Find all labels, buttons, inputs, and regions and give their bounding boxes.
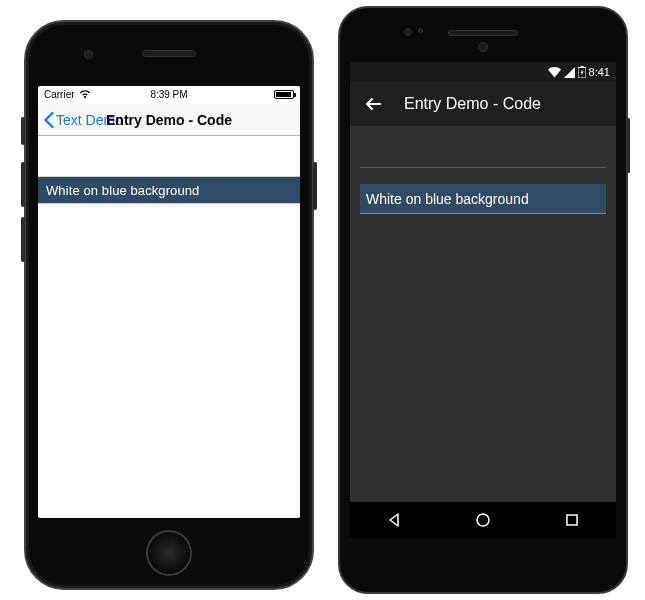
chevron-left-icon bbox=[42, 111, 55, 129]
text-entry-field[interactable]: White on blue background bbox=[38, 177, 300, 203]
android-nav-bar bbox=[350, 502, 616, 538]
signal-icon bbox=[564, 67, 575, 78]
status-time: 8:41 bbox=[589, 66, 610, 78]
svg-point-2 bbox=[477, 514, 489, 526]
nav-back-icon[interactable] bbox=[385, 511, 403, 529]
iphone-side-button bbox=[21, 117, 25, 145]
ios-status-bar: Carrier 8:39 PM bbox=[38, 86, 300, 104]
ios-content-area: White on blue background bbox=[38, 136, 300, 204]
svg-rect-3 bbox=[567, 515, 577, 525]
android-sensor bbox=[404, 28, 412, 36]
android-device-frame: 8:41 Entry Demo - Code White on blue bac… bbox=[338, 6, 628, 594]
iphone-side-button bbox=[313, 162, 317, 210]
status-carrier-label: Carrier bbox=[44, 89, 75, 100]
android-screen: 8:41 Entry Demo - Code White on blue bac… bbox=[350, 62, 616, 538]
divider bbox=[38, 203, 300, 204]
iphone-home-button[interactable] bbox=[146, 530, 192, 576]
text-entry-field[interactable]: White on blue background bbox=[360, 184, 606, 214]
wifi-icon bbox=[548, 67, 561, 78]
iphone-side-button bbox=[21, 162, 25, 207]
iphone-side-button bbox=[21, 217, 25, 262]
android-front-camera bbox=[478, 42, 488, 52]
wifi-icon bbox=[79, 90, 91, 99]
android-side-button bbox=[627, 118, 630, 173]
iphone-speaker bbox=[142, 50, 196, 57]
android-content-area: White on blue background bbox=[350, 126, 616, 214]
page-title: Entry Demo - Code bbox=[404, 95, 541, 113]
text-entry-field-empty[interactable] bbox=[360, 140, 606, 168]
android-status-bar: 8:41 bbox=[350, 62, 616, 82]
ios-nav-bar: Text Demo Entry Demo - Code bbox=[38, 104, 300, 136]
android-sensor bbox=[418, 28, 423, 33]
status-time: 8:39 PM bbox=[150, 89, 187, 100]
android-toolbar: Entry Demo - Code bbox=[350, 82, 616, 126]
battery-icon bbox=[578, 66, 586, 78]
back-button[interactable] bbox=[364, 95, 382, 113]
nav-recent-icon[interactable] bbox=[563, 511, 581, 529]
battery-icon bbox=[274, 90, 294, 99]
page-title: Entry Demo - Code bbox=[106, 112, 232, 128]
nav-home-icon[interactable] bbox=[474, 511, 492, 529]
android-speaker bbox=[448, 30, 518, 36]
svg-rect-1 bbox=[580, 66, 583, 68]
iphone-front-camera bbox=[84, 50, 93, 59]
iphone-device-frame: Carrier 8:39 PM Text Demo Entry Demo - C… bbox=[24, 20, 314, 590]
iphone-screen: Carrier 8:39 PM Text Demo Entry Demo - C… bbox=[38, 86, 300, 518]
